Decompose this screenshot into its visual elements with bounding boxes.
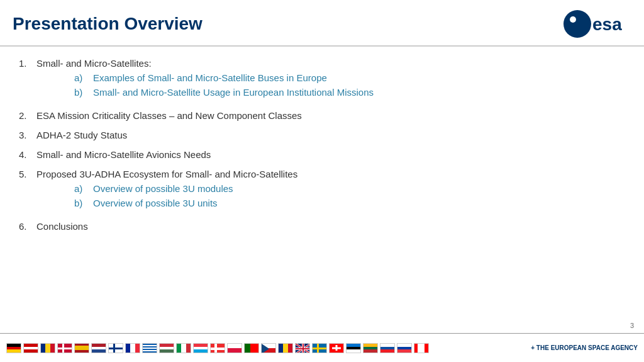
sub-list-5: Overview of possible 3U modules Overview… (36, 183, 625, 212)
slide: Presentation Overview esa Small- and Mic… (0, 0, 644, 362)
flag-greece (142, 343, 157, 353)
sub-item-1a: Examples of Small- and Micro-Satellite B… (36, 72, 625, 83)
item-1-text: Small- and Micro-Satellites: (36, 58, 625, 69)
page-title: Presentation Overview (13, 14, 203, 34)
sub-item-5b: Overview of possible 3U units (36, 198, 625, 208)
item-5-content: Proposed 3U-ADHA Ecosystem for Small- an… (36, 169, 625, 212)
flag-uk (295, 343, 310, 353)
footer: + THE EUROPEAN SPACE AGENCY (0, 333, 644, 362)
item-4-content: Small- and Micro-Satellite Avionics Need… (36, 149, 625, 160)
flag-denmark (57, 343, 72, 353)
sub-item-1a-text: Examples of Small- and Micro-Satellite B… (93, 72, 327, 83)
flag-estonia (346, 343, 361, 353)
flag-portugal (244, 343, 259, 353)
flags-bar (6, 343, 526, 353)
flag-lithuania (363, 343, 378, 353)
item-1-content: Small- and Micro-Satellites: Examples of… (36, 58, 625, 101)
list-item: Proposed 3U-ADHA Ecosystem for Small- an… (19, 169, 625, 212)
main-list: Small- and Micro-Satellites: Examples of… (19, 58, 625, 232)
page-number: 3 (630, 322, 634, 329)
svg-point-2 (570, 16, 576, 23)
flag-poland (227, 343, 242, 353)
esa-logo-svg: esa (562, 9, 631, 39)
esa-logo: esa (562, 9, 631, 39)
item-2-content: ESA Mission Criticality Classes – and Ne… (36, 110, 625, 121)
item-3-content: ADHA-2 Study Status (36, 130, 625, 140)
flag-sweden (312, 343, 327, 353)
item-2-text: ESA Mission Criticality Classes – and Ne… (36, 110, 625, 121)
sub-item-5a: Overview of possible 3U modules (36, 183, 625, 194)
flag-norway (210, 343, 225, 353)
sub-item-5b-text: Overview of possible 3U units (93, 198, 218, 208)
svg-text:esa: esa (592, 14, 622, 34)
flag-czech (261, 343, 276, 353)
item-3-text: ADHA-2 Study Status (36, 130, 625, 140)
item-5-text: Proposed 3U-ADHA Ecosystem for Small- an… (36, 169, 625, 179)
svg-point-0 (564, 10, 591, 38)
flag-hungary (159, 343, 174, 353)
sub-list-1: Examples of Small- and Micro-Satellite B… (36, 72, 625, 101)
footer-agency-label: + THE EUROPEAN SPACE AGENCY (526, 344, 638, 351)
flag-romania (40, 343, 55, 353)
flag-france (125, 343, 140, 353)
flag-finland (108, 343, 123, 353)
flag-romania2 (278, 343, 293, 353)
item-4-text: Small- and Micro-Satellite Avionics Need… (36, 149, 625, 160)
list-item: ESA Mission Criticality Classes – and Ne… (19, 110, 625, 121)
sub-item-1b-text: Small- and Micro-Satellite Usage in Euro… (93, 87, 374, 98)
flag-luxembourg (193, 343, 208, 353)
flag-slovenia (397, 343, 412, 353)
flag-germany (6, 343, 21, 353)
header: Presentation Overview esa (0, 0, 644, 47)
flag-canada (414, 343, 429, 353)
list-item: Small- and Micro-Satellite Avionics Need… (19, 149, 625, 160)
flag-switzerland (329, 343, 344, 353)
list-item: Small- and Micro-Satellites: Examples of… (19, 58, 625, 101)
sub-item-5a-text: Overview of possible 3U modules (93, 183, 233, 194)
flag-austria (23, 343, 38, 353)
list-item: Conclusions (19, 221, 625, 232)
flag-slovakia (380, 343, 395, 353)
flag-italy (176, 343, 191, 353)
flag-netherlands (91, 343, 106, 353)
sub-item-1b: Small- and Micro-Satellite Usage in Euro… (36, 87, 625, 98)
list-item: ADHA-2 Study Status (19, 130, 625, 140)
item-6-text: Conclusions (36, 221, 625, 232)
flag-spain (74, 343, 89, 353)
item-6-content: Conclusions (36, 221, 625, 232)
content-area: Small- and Micro-Satellites: Examples of… (0, 47, 644, 333)
svg-rect-12 (296, 348, 310, 349)
